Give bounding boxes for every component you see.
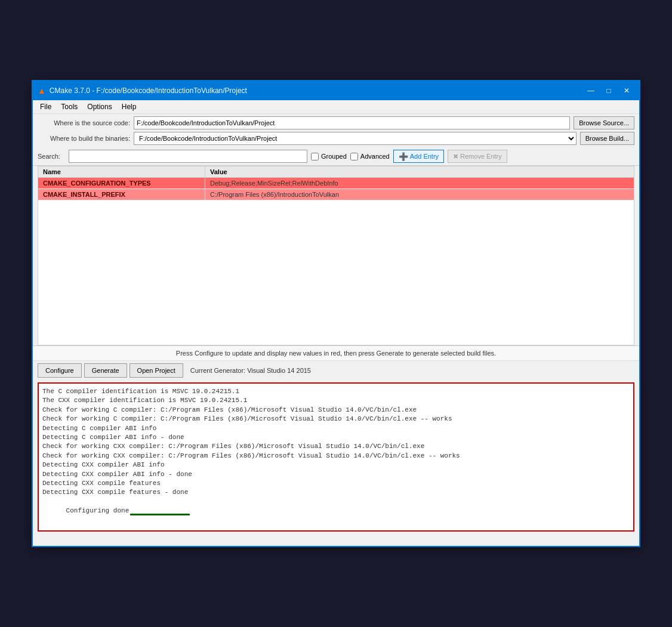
menu-file[interactable]: File — [35, 101, 56, 112]
output-line-9: Detecting CXX compiler ABI info - done — [42, 470, 630, 479]
output-line-8: Detecting CXX compiler ABI info — [42, 461, 630, 470]
generate-button[interactable]: Generate — [84, 363, 127, 378]
grouped-checkbox-group: Grouped — [311, 153, 347, 160]
add-icon: ➕ — [399, 152, 408, 161]
output-console: The C compiler identification is MSVC 19… — [38, 382, 634, 532]
advanced-label: Advanced — [360, 153, 390, 160]
source-label: Where is the source code: — [38, 119, 130, 126]
output-line-11: Detecting CXX compile features - done — [42, 488, 630, 497]
table-row[interactable]: CMAKE_INSTALL_PREFIX C:/Program Files (x… — [38, 189, 634, 200]
output-line-5: Detecting C compiler ABI info - done — [42, 433, 630, 442]
toolbar: Where is the source code: Browse Source.… — [33, 114, 639, 147]
menu-tools[interactable]: Tools — [56, 101, 82, 112]
status-message: Press Configure to update and display ne… — [176, 350, 496, 357]
output-line-10: Detecting CXX compile features — [42, 479, 630, 488]
value-cell: C:/Program Files (x86)/IntroductionToVul… — [205, 189, 634, 200]
title-bar: ▲ CMake 3.7.0 - F:/code/Bookcode/Introdu… — [33, 81, 639, 100]
current-generator-label: Current Generator: Visual Studio 14 2015 — [186, 363, 316, 378]
binaries-select[interactable]: F:/code/Bookcode/IntroductionToVulkan/Pr… — [134, 132, 577, 145]
open-project-button[interactable]: Open Project — [130, 363, 183, 378]
output-line-0: The C compiler identification is MSVC 19… — [42, 387, 630, 396]
grouped-label: Grouped — [321, 153, 347, 160]
output-line-7: Check for working CXX compiler: C:/Progr… — [42, 452, 630, 461]
main-window: ▲ CMake 3.7.0 - F:/code/Bookcode/Introdu… — [32, 80, 640, 547]
maximize-button[interactable]: □ — [601, 85, 616, 97]
search-input[interactable] — [69, 150, 307, 163]
output-line-1: The CXX compiler identification is MSVC … — [42, 396, 630, 405]
bottom-spacer — [33, 534, 639, 546]
source-input[interactable] — [134, 116, 570, 129]
status-bar: Press Configure to update and display ne… — [33, 345, 639, 360]
output-line-3: Check for working C compiler: C:/Program… — [42, 415, 630, 424]
search-label: Search: — [38, 153, 65, 160]
title-buttons: — □ ✕ — [583, 85, 634, 97]
minimize-button[interactable]: — — [583, 85, 599, 97]
add-entry-button[interactable]: ➕ Add Entry — [393, 150, 444, 163]
table-header: Name Value — [38, 166, 634, 178]
advanced-checkbox[interactable] — [350, 153, 358, 160]
table-row[interactable]: CMAKE_CONFIGURATION_TYPES Debug;Release;… — [38, 178, 634, 189]
name-cell: CMAKE_INSTALL_PREFIX — [38, 189, 205, 200]
output-line-12: Configuring done — [42, 498, 630, 525]
menu-bar: File Tools Options Help — [33, 100, 639, 114]
value-column-header: Value — [205, 166, 634, 177]
browse-source-button[interactable]: Browse Source... — [574, 116, 634, 129]
name-cell: CMAKE_CONFIGURATION_TYPES — [38, 178, 205, 189]
cmake-variables-table: Name Value CMAKE_CONFIGURATION_TYPES Deb… — [38, 166, 634, 345]
close-button[interactable]: ✕ — [619, 85, 634, 97]
name-column-header: Name — [38, 166, 205, 177]
window-title: CMake 3.7.0 - F:/code/Bookcode/Introduct… — [50, 87, 247, 95]
title-bar-left: ▲ CMake 3.7.0 - F:/code/Bookcode/Introdu… — [38, 86, 247, 95]
value-cell: Debug;Release;MinSizeRel;RelWithDebInfo — [205, 178, 634, 189]
output-line-4: Detecting C compiler ABI info — [42, 424, 630, 433]
browse-build-button[interactable]: Browse Build... — [580, 132, 634, 145]
output-line-2: Check for working C compiler: C:/Program… — [42, 406, 630, 415]
menu-options[interactable]: Options — [82, 101, 116, 112]
menu-help[interactable]: Help — [117, 101, 141, 112]
binaries-row: Where to build the binaries: F:/code/Boo… — [38, 132, 634, 145]
advanced-checkbox-group: Advanced — [350, 153, 390, 160]
search-row: Search: Grouped Advanced ➕ Add Entry ✖ R… — [33, 147, 639, 166]
source-row: Where is the source code: Browse Source.… — [38, 116, 634, 129]
configure-button[interactable]: Configure — [38, 363, 82, 378]
output-line-6: Check for working CXX compiler: C:/Progr… — [42, 442, 630, 451]
remove-entry-button[interactable]: ✖ Remove Entry — [448, 150, 507, 163]
table-body: CMAKE_CONFIGURATION_TYPES Debug;Release;… — [38, 178, 634, 345]
cmake-logo-icon: ▲ — [38, 86, 46, 95]
binaries-label: Where to build the binaries: — [38, 135, 130, 142]
action-bar: Configure Generate Open Project Current … — [33, 360, 639, 380]
cursor-indicator — [130, 514, 190, 515]
grouped-checkbox[interactable] — [311, 153, 319, 160]
remove-icon: ✖ — [453, 153, 458, 160]
